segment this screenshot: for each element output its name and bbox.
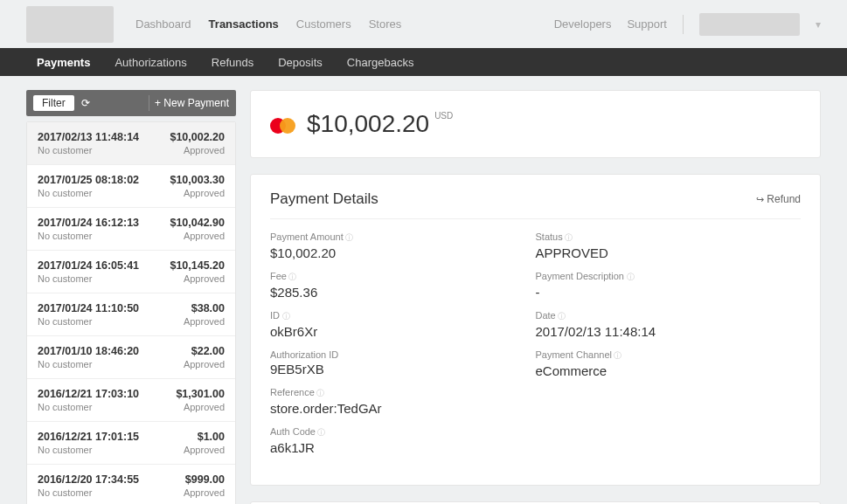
transaction-item[interactable]: 2016/12/21 17:03:10$1,301.00No customerA…	[27, 379, 235, 422]
field-label: Payment Channel	[536, 349, 802, 362]
field-label: ID	[270, 310, 536, 322]
detail-field: Payment ChanneleCommerce	[536, 349, 802, 378]
tx-amount: $10,003.30	[170, 174, 225, 186]
tx-status: Approved	[184, 145, 225, 155]
tx-customer: No customer	[38, 273, 92, 284]
field-value: eCommerce	[536, 363, 802, 378]
sub-nav: PaymentsAuthorizationsRefundsDepositsCha…	[0, 48, 847, 76]
subnav-item-payments[interactable]: Payments	[37, 56, 90, 69]
tx-amount: $10,042.90	[170, 217, 225, 229]
field-label: Payment Description	[536, 271, 802, 283]
tx-status: Approved	[184, 231, 225, 241]
detail-panel: $10,002.20 USD Payment Details Refund Pa…	[250, 90, 821, 504]
detail-field: Referencestore.order:TedGAr	[270, 387, 536, 416]
field-label: Fee	[270, 271, 536, 283]
tx-date: 2016/12/21 17:01:15	[38, 431, 139, 443]
transaction-item[interactable]: 2017/01/24 16:12:13$10,042.90No customer…	[27, 208, 235, 251]
top-bar: DashboardTransactionsCustomersStores Dev…	[0, 0, 847, 48]
field-label: Reference	[270, 387, 536, 399]
developers-link[interactable]: Developers	[554, 17, 612, 31]
field-value: -	[536, 285, 802, 300]
mastercard-icon	[270, 118, 296, 134]
subnav-item-chargebacks[interactable]: Chargebacks	[347, 56, 414, 69]
tx-date: 2016/12/20 17:34:55	[38, 473, 139, 486]
tx-amount: $1.00	[198, 431, 225, 443]
tx-amount: $1,301.00	[176, 388, 225, 400]
detail-field: Authorization ID9EB5rXB	[270, 349, 536, 376]
logo	[26, 6, 114, 43]
org-selector[interactable]	[699, 13, 800, 36]
tx-customer: No customer	[38, 316, 92, 327]
refund-button[interactable]: Refund	[756, 193, 801, 205]
field-label: Auth Code	[270, 426, 536, 438]
field-value: a6k1JR	[270, 440, 536, 455]
subnav-item-refunds[interactable]: Refunds	[212, 56, 253, 69]
field-value: okBr6Xr	[270, 324, 536, 339]
divider	[149, 95, 149, 111]
support-link[interactable]: Support	[627, 17, 667, 31]
list-toolbar: Filter ⟳ New Payment	[26, 90, 236, 116]
tx-customer: No customer	[38, 487, 92, 498]
tx-amount: $999.00	[185, 473, 225, 486]
chevron-down-icon[interactable]: ▾	[816, 18, 821, 31]
filter-button[interactable]: Filter	[33, 95, 74, 111]
field-value: $10,002.20	[270, 245, 536, 260]
tx-amount: $10,002.20	[170, 131, 225, 143]
tx-date: 2017/01/24 16:12:13	[38, 217, 139, 229]
transaction-item[interactable]: 2016/12/20 17:34:55$999.00No customerApp…	[27, 465, 235, 504]
detail-field: Date2017/02/13 11:48:14	[536, 310, 802, 339]
divider	[683, 15, 684, 34]
topnav-item-dashboard[interactable]: Dashboard	[135, 17, 191, 31]
tx-status: Approved	[184, 402, 225, 412]
tx-status: Approved	[184, 273, 225, 284]
transaction-list: 2017/02/13 11:48:14$10,002.20No customer…	[26, 121, 236, 504]
subnav-item-authorizations[interactable]: Authorizations	[115, 56, 186, 69]
tx-amount: $22.00	[191, 345, 225, 357]
transactions-panel: Filter ⟳ New Payment 2017/02/13 11:48:14…	[26, 90, 236, 504]
main: Filter ⟳ New Payment 2017/02/13 11:48:14…	[0, 76, 847, 504]
topnav-item-customers[interactable]: Customers	[296, 17, 351, 31]
tx-customer: No customer	[38, 231, 92, 241]
tx-date: 2017/01/24 16:05:41	[38, 259, 139, 272]
transaction-item[interactable]: 2017/01/10 18:46:20$22.00No customerAppr…	[27, 336, 235, 379]
refresh-icon[interactable]: ⟳	[81, 97, 90, 109]
tx-amount: $10,145.20	[170, 259, 225, 272]
tx-date: 2017/01/10 18:46:20	[38, 345, 139, 357]
field-value: store.order:TedGAr	[270, 401, 536, 416]
new-payment-button[interactable]: New Payment	[155, 97, 229, 109]
detail-field: Payment Description-	[536, 271, 802, 300]
subnav-item-deposits[interactable]: Deposits	[278, 56, 323, 69]
tx-customer: No customer	[38, 188, 92, 198]
field-label: Status	[536, 231, 802, 244]
tx-customer: No customer	[38, 402, 92, 412]
tx-customer: No customer	[38, 359, 92, 369]
topnav-item-transactions[interactable]: Transactions	[209, 17, 279, 31]
transaction-item[interactable]: 2017/01/24 11:10:50$38.00No customerAppr…	[27, 293, 235, 336]
field-label: Payment Amount	[270, 231, 536, 244]
transaction-item[interactable]: 2017/01/25 08:18:02$10,003.30No customer…	[27, 165, 235, 208]
summary-amount: $10,002.20	[307, 110, 429, 138]
field-value: APPROVED	[536, 245, 802, 260]
topnav-item-stores[interactable]: Stores	[369, 17, 402, 31]
tx-date: 2016/12/21 17:03:10	[38, 388, 139, 400]
tx-status: Approved	[184, 359, 225, 369]
tx-customer: No customer	[38, 145, 92, 155]
payment-details-card: Payment Details Refund Payment Amount$10…	[250, 174, 821, 486]
detail-field: Payment Amount$10,002.20	[270, 231, 536, 260]
detail-field: IDokBr6Xr	[270, 310, 536, 339]
detail-field: StatusAPPROVED	[536, 231, 802, 260]
payment-details-title: Payment Details	[270, 190, 378, 208]
top-nav: DashboardTransactionsCustomersStores	[135, 17, 401, 31]
field-label: Date	[536, 310, 802, 322]
field-label: Authorization ID	[270, 349, 536, 360]
transaction-item[interactable]: 2017/02/13 11:48:14$10,002.20No customer…	[27, 122, 235, 165]
transaction-item[interactable]: 2016/12/21 17:01:15$1.00No customerAppro…	[27, 422, 235, 465]
field-value: $285.36	[270, 285, 536, 300]
amount-summary: $10,002.20 USD	[250, 90, 821, 158]
tx-status: Approved	[184, 188, 225, 198]
field-value: 9EB5rXB	[270, 362, 536, 376]
tx-status: Approved	[184, 316, 225, 327]
top-right: Developers Support ▾	[554, 13, 821, 36]
transaction-item[interactable]: 2017/01/24 16:05:41$10,145.20No customer…	[27, 251, 235, 293]
tx-status: Approved	[184, 487, 225, 498]
